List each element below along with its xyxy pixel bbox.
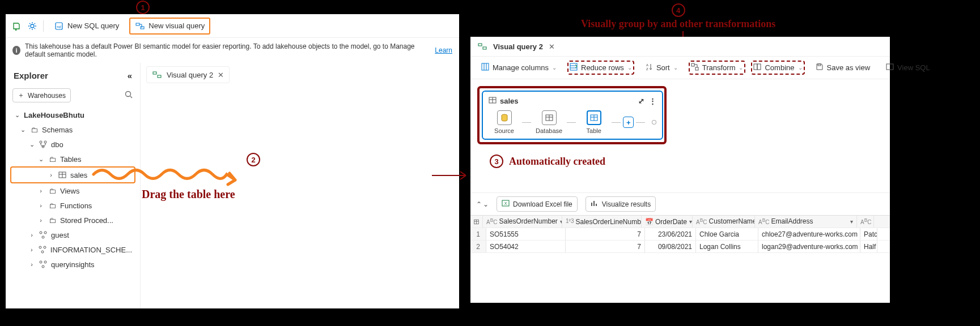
column-header-salesorder[interactable]: ABCSalesOrderNumber▾ (483, 216, 562, 228)
close-icon[interactable]: ✕ (549, 42, 555, 51)
left-panel: 1 sql New SQL query New visual query i T… (6, 14, 459, 303)
tree-node-schemas[interactable]: ⌄ 🗀 Schemas (10, 122, 135, 137)
expand-icon[interactable]: ⤢ (638, 97, 644, 105)
chevron-down-icon: ⌄ (673, 65, 678, 71)
right-panel: Visual query 2 ✕ Manage columns ⌄ Reduce… (470, 37, 890, 303)
svg-point-7 (44, 141, 46, 143)
tree-node-lakehouse[interactable]: ⌄ LakeHouseBhutu (10, 108, 135, 122)
svg-rect-20 (158, 75, 161, 78)
add-warehouse-button[interactable]: ＋ Warehouses (12, 88, 71, 102)
sort-button[interactable]: AZ Sort ⌄ (640, 60, 683, 75)
output-node[interactable] (652, 120, 656, 125)
chevron-down-icon: ⌄ (19, 126, 26, 134)
tree-node-guest[interactable]: › guest (10, 228, 135, 242)
settings-icon[interactable] (27, 21, 37, 31)
download-label: Download Excel file (513, 200, 572, 208)
reduce-label: Reduce rows (581, 63, 624, 72)
filter-icon[interactable]: ▾ (850, 218, 853, 225)
filter-icon[interactable]: ▾ (689, 218, 692, 225)
column-header-email[interactable]: ABCEmailAddress▾ (755, 216, 857, 228)
column-header-orderdate[interactable]: 📅OrderDate▾ (642, 216, 693, 228)
chevron-down-icon: ⌄ (28, 141, 35, 148)
svg-point-5 (126, 92, 131, 97)
query-designer[interactable]: sales ⤢ ⋮ Source Database (470, 79, 890, 192)
transform-button[interactable]: Transform ⌄ (689, 61, 746, 75)
svg-point-11 (44, 231, 46, 234)
columns-icon (481, 63, 489, 72)
svg-point-16 (40, 261, 42, 263)
download-excel-button[interactable]: X Download Excel file (497, 196, 578, 212)
guest-label: guest (51, 231, 69, 239)
add-step-button[interactable]: + (623, 117, 634, 128)
results-grid: ABCSalesOrderNumber▾ 1²3SalesOrderLineNu… (470, 215, 890, 253)
svg-point-10 (40, 231, 42, 234)
plus-icon: ＋ (18, 91, 24, 100)
new-sql-query-button[interactable]: sql New SQL query (49, 19, 124, 33)
view-sql-button[interactable]: View SQL (881, 60, 935, 75)
visualize-results-button[interactable]: Visualize results (586, 196, 656, 212)
tree-node-stored-procs[interactable]: › 🗀 Stored Proced... (10, 213, 135, 228)
collapse-results-icon[interactable]: ⌃⌄ (476, 200, 489, 208)
tables-label: Tables (60, 155, 82, 164)
chevron-down-icon: ⌄ (798, 65, 803, 71)
refresh-icon[interactable] (11, 21, 22, 31)
chevron-right-icon: › (37, 217, 44, 224)
step-source[interactable]: Source (489, 110, 520, 134)
table-icon (58, 170, 67, 179)
svg-rect-19 (153, 72, 156, 74)
info-text: This lakehouse has a default Power BI se… (25, 42, 430, 58)
schema-icon (38, 245, 46, 254)
column-header-extra[interactable]: ABC (857, 216, 874, 228)
cell: 7 (566, 241, 645, 252)
transform-label: Transform (702, 63, 736, 72)
collapse-sidebar-icon[interactable]: « (128, 71, 132, 80)
svg-text:sql: sql (57, 25, 61, 28)
close-icon[interactable]: ✕ (218, 71, 224, 79)
svg-point-0 (31, 24, 34, 28)
chevron-down-icon: ⌄ (627, 65, 632, 71)
tree-node-functions[interactable]: › 🗀 Functions (10, 198, 135, 213)
svg-point-18 (42, 265, 44, 268)
step-database[interactable]: Database (533, 110, 565, 134)
reduce-icon (570, 63, 578, 72)
svg-rect-21 (478, 44, 482, 46)
table-row[interactable]: 1 SO51555 7 23/06/2021 Chloe Garcia chlo… (470, 228, 890, 241)
cell: chloe27@adventure-works.com (758, 228, 860, 240)
svg-text:Z: Z (646, 67, 648, 71)
visual-query-icon (477, 41, 487, 52)
tree-node-info-schema[interactable]: › INFORMATION_SCHE... (10, 242, 135, 257)
tree-node-dbo[interactable]: ⌄ dbo (10, 137, 135, 152)
sidebar-header: Explorer « (8, 67, 138, 84)
tree-node-queryinsights[interactable]: › queryinsights (10, 257, 135, 272)
chevron-down-icon: ⌄ (739, 65, 743, 71)
manage-columns-button[interactable]: Manage columns ⌄ (476, 60, 562, 75)
tab-visual-query-2[interactable]: Visual query 2 ✕ (146, 66, 230, 83)
cell: Chloe Garcia (696, 228, 758, 240)
column-header-line[interactable]: 1²3SalesOrderLineNumber▾ (562, 216, 642, 228)
cell: Patc (860, 228, 877, 240)
column-header-customer[interactable]: ABCCustomerName▾ (693, 216, 755, 228)
more-icon[interactable]: ⋮ (649, 97, 656, 105)
svg-point-15 (41, 251, 44, 253)
tab-label: Visual query 2 (167, 71, 213, 79)
save-as-view-button[interactable]: Save as view (811, 60, 876, 75)
chevron-down-icon: ⌄ (552, 65, 557, 71)
info-bar: i This lakehouse has a default Power BI … (6, 38, 459, 63)
search-icon[interactable] (124, 90, 133, 101)
step-table[interactable]: Table (578, 110, 609, 134)
info-icon: i (12, 46, 20, 55)
left-toolbar: sql New SQL query New visual query (6, 14, 459, 38)
cell: SO51555 (486, 228, 566, 240)
reduce-rows-button[interactable]: Reduce rows ⌄ (567, 61, 634, 75)
query-card-sales[interactable]: sales ⤢ ⋮ Source Database (482, 91, 663, 140)
views-label: Views (60, 187, 79, 195)
info-learn-link[interactable]: Learn (435, 46, 452, 54)
svg-rect-22 (483, 47, 486, 49)
combine-button[interactable]: Combine ⌄ (751, 61, 804, 75)
annotation-4-group: 4 Visually group by and other transforma… (581, 3, 775, 30)
table-row[interactable]: 2 SO54042 7 09/08/2021 Logan Collins log… (470, 241, 890, 253)
row-number: 2 (470, 241, 486, 252)
new-visual-query-button[interactable]: New visual query (129, 18, 210, 35)
sales-label: sales (70, 171, 87, 179)
drag-arrow-squiggle (91, 163, 244, 191)
